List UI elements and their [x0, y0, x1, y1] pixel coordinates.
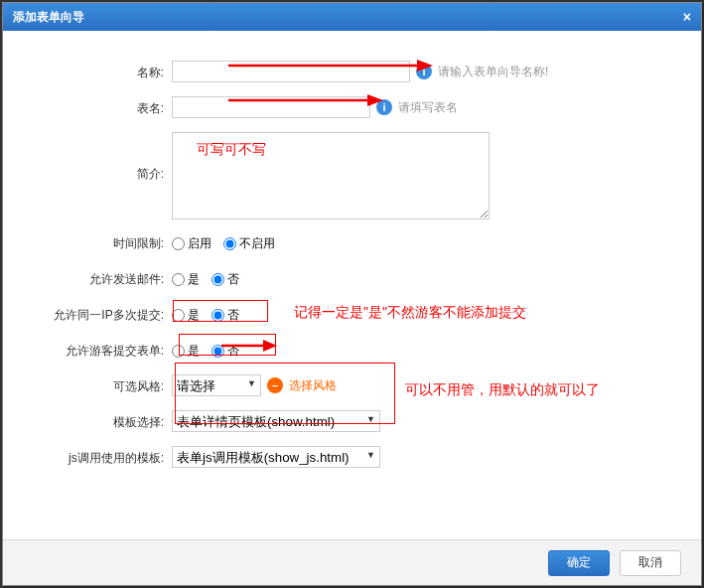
radio-time-disable[interactable]: 不启用 — [223, 231, 275, 255]
radio-guest-no[interactable]: 否 — [211, 339, 239, 363]
dialog-header: 添加表单向导 × — [3, 3, 701, 31]
row-tpl: 模板选择: 表单详情页模板(show.html) — [23, 410, 681, 434]
name-input[interactable] — [172, 61, 410, 82]
style-hint: 选择风格 — [289, 377, 337, 394]
row-js: js调用使用的模板: 表单js调用模板(show_js.html) — [23, 446, 681, 470]
label-guest: 允许游客提交表单: — [23, 339, 172, 363]
radio-mail-yes[interactable]: 是 — [172, 267, 200, 291]
intro-textarea[interactable] — [172, 132, 490, 220]
close-icon[interactable]: × — [683, 9, 691, 25]
label-name: 名称: — [23, 61, 172, 84]
row-table: 表名: i 请填写表名 — [23, 96, 681, 120]
row-timelimit: 时间限制: 启用 不启用 — [23, 231, 681, 255]
error-icon: – — [267, 377, 283, 393]
info-icon: i — [416, 64, 432, 79]
js-select[interactable]: 表单js调用模板(show_js.html) — [172, 446, 380, 468]
dialog-title: 添加表单向导 — [13, 9, 84, 26]
dialog-footer: 确定 取消 — [3, 539, 701, 585]
label-ip: 允许同一IP多次提交: — [23, 303, 172, 327]
label-timelimit: 时间限制: — [23, 231, 172, 255]
row-mail: 允许发送邮件: 是 否 — [23, 267, 681, 291]
name-hint: 请输入表单向导名称! — [438, 64, 548, 80]
style-select[interactable]: 请选择 — [172, 374, 261, 396]
label-style: 可选风格: — [23, 374, 172, 398]
radio-ip-yes[interactable]: 是 — [172, 303, 200, 327]
row-style: 可选风格: 请选择 – 选择风格 — [23, 374, 681, 398]
row-ip: 允许同一IP多次提交: 是 否 — [23, 303, 681, 327]
info-icon: i — [376, 99, 392, 115]
label-intro: 简介: — [23, 132, 172, 186]
radio-mail-no[interactable]: 否 — [211, 267, 239, 291]
radio-guest-yes[interactable]: 是 — [172, 339, 200, 363]
row-name: 名称: i 请输入表单向导名称! — [23, 61, 681, 84]
radio-ip-no[interactable]: 否 — [211, 303, 239, 327]
label-tpl: 模板选择: — [23, 410, 172, 434]
radio-time-enable[interactable]: 启用 — [172, 231, 211, 255]
dialog: 添加表单向导 × 名称: i 请输入表单向导名称! 表名: i 请填写表名 简介… — [2, 2, 702, 586]
ok-button[interactable]: 确定 — [548, 550, 610, 576]
label-js: js调用使用的模板: — [23, 446, 172, 470]
table-input[interactable] — [172, 96, 370, 118]
row-intro: 简介: — [23, 132, 681, 220]
row-guest: 允许游客提交表单: 是 否 — [23, 339, 681, 363]
tpl-select[interactable]: 表单详情页模板(show.html) — [172, 410, 380, 432]
dialog-body: 名称: i 请输入表单向导名称! 表名: i 请填写表名 简介: 时间限制: — [3, 31, 701, 537]
table-hint: 请填写表名 — [398, 99, 458, 116]
label-table: 表名: — [23, 96, 172, 120]
label-mail: 允许发送邮件: — [23, 267, 172, 291]
cancel-button[interactable]: 取消 — [620, 550, 681, 576]
